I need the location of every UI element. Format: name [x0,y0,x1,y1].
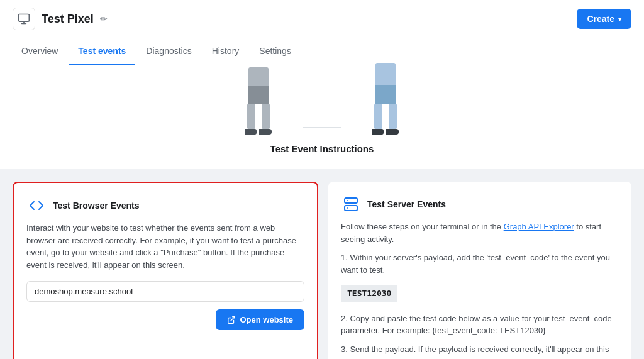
header: Test Pixel ✏ Create ▾ [0,0,644,38]
browser-card-title: Test Browser Events [53,201,139,211]
graph-api-link[interactable]: Graph API Explorer [504,222,574,231]
server-card-body: Follow these steps on your terminal or i… [341,221,619,359]
divider-line [303,127,341,128]
main-content: Test Event Instructions Test Browser Eve… [0,65,644,359]
test-code-badge: TEST12030 [341,285,397,302]
browser-card-body: Interact with your website to test wheth… [26,222,304,271]
browser-icon [26,196,47,216]
illustration [245,78,399,135]
url-input[interactable]: demoshop.measure.school [26,281,304,302]
device-icon [13,8,35,30]
chevron-down-icon: ▾ [618,16,621,23]
open-website-button[interactable]: Open website [216,309,304,330]
create-button[interactable]: Create ▾ [577,9,631,29]
step-1-text: 1. Within your server's payload, add the… [341,251,619,276]
tab-diagnostics[interactable]: Diagnostics [137,38,200,65]
server-card-header: Test Server Events [341,194,619,214]
server-icon [341,194,361,214]
illustration-area: Test Event Instructions [0,65,644,169]
browser-card-actions: Open website [26,309,304,330]
step-3-text: 3. Send the payload. If the payload is r… [341,343,619,360]
step-2-text: 2. Copy and paste the test code below as… [341,312,619,337]
tab-test-events[interactable]: Test events [69,38,135,65]
browser-card-header: Test Browser Events [26,196,304,216]
tab-overview[interactable]: Overview [13,38,67,65]
edit-icon[interactable]: ✏ [100,14,108,24]
section-title: Test Event Instructions [270,143,374,154]
server-events-card: Test Server Events Follow these steps on… [328,182,631,359]
header-left: Test Pixel ✏ [13,8,108,30]
browser-events-card: Test Browser Events Interact with your w… [13,182,318,359]
svg-rect-0 [19,14,30,22]
tab-history[interactable]: History [203,38,248,65]
nav-tabs: Overview Test events Diagnostics History… [0,38,644,65]
svg-line-3 [231,316,235,320]
external-link-icon [227,316,236,324]
server-card-title: Test Server Events [367,199,446,209]
tab-settings[interactable]: Settings [250,38,300,65]
figure-left [245,67,272,135]
app-title: Test Pixel [42,13,94,26]
cards-area: Test Browser Events Interact with your w… [0,169,644,359]
figure-right [372,63,399,135]
